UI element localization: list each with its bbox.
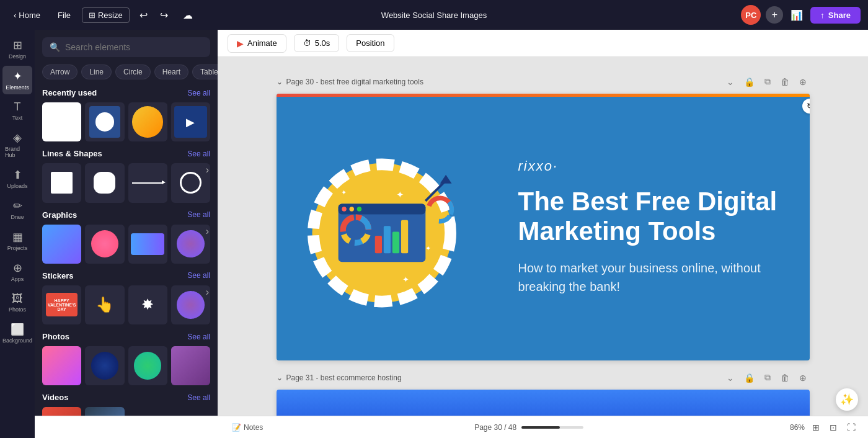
- canvas-toolbar: ▶ Animate ⏱ 5.0s Position: [218, 30, 868, 57]
- collapse-icon[interactable]: ⌄: [277, 78, 283, 86]
- photos-see-all[interactable]: See all: [187, 333, 210, 341]
- duration-button[interactable]: ⏱ 5.0s: [294, 34, 340, 52]
- brand-hub-icon: ◈: [13, 131, 22, 145]
- resize-icon: ⊞: [89, 11, 95, 20]
- share-button[interactable]: ↑ Share: [810, 7, 861, 24]
- activity-icon[interactable]: 📊: [788, 7, 805, 24]
- svg-point-6: [356, 207, 361, 212]
- page-31-action-duplicate[interactable]: ⧉: [761, 370, 774, 385]
- filter-chip-line[interactable]: Line: [81, 65, 112, 79]
- filter-chip-heart[interactable]: Heart: [154, 65, 188, 79]
- more-graphics-indicator: ›: [206, 226, 209, 237]
- sidebar-item-design[interactable]: ⊞ Design: [2, 35, 32, 63]
- list-item[interactable]: [85, 102, 124, 141]
- videos-see-all[interactable]: See all: [187, 393, 210, 402]
- share-label: Share: [828, 11, 851, 20]
- list-item[interactable]: [85, 346, 124, 385]
- canvas-subtext[interactable]: How to market your business online, with…: [518, 259, 779, 296]
- list-item[interactable]: [85, 225, 124, 264]
- list-item[interactable]: [171, 346, 210, 385]
- sidebar-item-apps[interactable]: ⊕ Apps: [2, 257, 32, 286]
- fit-view-button[interactable]: ⊡: [827, 421, 839, 434]
- lines-shapes-title: Lines & Shapes: [42, 149, 102, 158]
- user-avatar[interactable]: PC: [741, 5, 761, 25]
- sidebar-item-text[interactable]: T Text: [2, 97, 32, 125]
- apps-icon: ⊕: [13, 261, 22, 275]
- page-30-action-chevron[interactable]: ⌄: [724, 74, 737, 89]
- list-item[interactable]: HAPPYVALENTINE'SDAY: [42, 285, 81, 324]
- sidebar-item-projects[interactable]: ▦ Projects: [2, 226, 32, 255]
- notes-button[interactable]: 📝 Notes: [227, 421, 268, 434]
- page-30-action-delete[interactable]: 🗑: [777, 74, 792, 89]
- fullscreen-button[interactable]: ⛶: [844, 421, 858, 434]
- page-31-action-chevron[interactable]: ⌄: [724, 370, 737, 385]
- list-item[interactable]: [42, 102, 81, 141]
- recently-used-see-all[interactable]: See all: [187, 89, 210, 97]
- lines-shapes-see-all[interactable]: See all: [187, 150, 210, 158]
- cloud-save-button[interactable]: ☁: [178, 7, 198, 24]
- resize-button[interactable]: ⊞ Resize: [82, 7, 130, 23]
- list-item[interactable]: ›: [171, 285, 210, 324]
- share-arrow-icon: ↑: [820, 11, 825, 20]
- document-title: Website Social Share Images: [381, 11, 487, 20]
- sidebar-item-uploads[interactable]: ⬆ Uploads: [2, 164, 32, 193]
- page-31-action-lock[interactable]: 🔒: [741, 370, 758, 385]
- file-label: File: [58, 11, 71, 20]
- list-item[interactable]: ▶: [171, 102, 210, 141]
- file-button[interactable]: File: [51, 8, 77, 22]
- svg-text:✦: ✦: [402, 275, 409, 284]
- page-progress-slider[interactable]: [521, 426, 583, 429]
- sidebar-item-background[interactable]: ⬜ Background: [2, 319, 32, 347]
- list-item[interactable]: [42, 346, 81, 385]
- list-item[interactable]: ›: [171, 163, 210, 202]
- list-item[interactable]: [128, 102, 167, 141]
- add-collaborator-button[interactable]: +: [766, 6, 783, 24]
- animate-button[interactable]: ▶ Animate: [228, 34, 286, 53]
- bottom-bar: 📝 Notes Page 30 / 48 86% ⊞ ⊡ ⛶: [35, 416, 868, 438]
- sidebar-item-draw[interactable]: ✏ Draw: [2, 195, 32, 224]
- grid-view-button[interactable]: ⊞: [810, 421, 822, 434]
- list-item[interactable]: ›: [171, 225, 210, 264]
- clock-icon: ⏱: [303, 38, 311, 48]
- list-item[interactable]: [128, 346, 167, 385]
- filter-chip-circle[interactable]: Circle: [115, 65, 151, 79]
- list-item[interactable]: [85, 163, 124, 202]
- collapse-icon-31[interactable]: ⌄: [277, 373, 283, 382]
- resize-label: Resize: [98, 11, 123, 20]
- rotate-button[interactable]: ↻: [802, 99, 810, 114]
- uploads-icon: ⬆: [13, 168, 22, 182]
- filter-chip-table[interactable]: Table: [192, 65, 218, 79]
- graphics-see-all[interactable]: See all: [187, 210, 210, 219]
- sidebar-item-elements[interactable]: ✦ Elements: [2, 66, 32, 94]
- page-31-action-more[interactable]: ⊕: [796, 370, 810, 385]
- filter-chip-arrow[interactable]: Arrow: [42, 65, 78, 79]
- brand-logo: rixxo·: [518, 158, 779, 174]
- page-31-action-delete[interactable]: 🗑: [777, 370, 792, 385]
- redo-button[interactable]: ↪: [155, 7, 173, 24]
- canvas-headline[interactable]: The Best Free Digital Marketing Tools: [518, 187, 779, 247]
- graphics-title: Graphics: [42, 210, 77, 220]
- list-item[interactable]: ✸: [128, 285, 167, 324]
- page-30-action-more[interactable]: ⊕: [796, 74, 810, 89]
- videos-title: Videos: [42, 393, 68, 402]
- home-button[interactable]: ‹ Home: [7, 8, 46, 22]
- page-30-action-duplicate[interactable]: ⧉: [761, 74, 774, 89]
- sidebar-item-brand-hub[interactable]: ◈ Brand Hub: [2, 127, 32, 162]
- list-item[interactable]: [128, 225, 167, 264]
- assistant-button[interactable]: ✨: [836, 388, 858, 411]
- list-item[interactable]: [42, 225, 81, 264]
- list-item[interactable]: [128, 163, 167, 202]
- sidebar-item-photos[interactable]: 🖼 Photos: [2, 288, 32, 316]
- page-30-action-lock[interactable]: 🔒: [741, 74, 758, 89]
- design-icon: ⊞: [13, 38, 22, 52]
- undo-button[interactable]: ↩: [135, 7, 153, 24]
- position-button[interactable]: Position: [347, 34, 394, 52]
- elements-icon: ✦: [13, 69, 22, 83]
- canvas-illustration: ✦ ✦ ✦ ✦: [277, 94, 487, 360]
- search-input[interactable]: [65, 42, 203, 52]
- list-item[interactable]: [42, 163, 81, 202]
- home-chevron-icon: ‹: [14, 11, 16, 20]
- page-30-canvas[interactable]: ↻: [277, 94, 810, 360]
- stickers-see-all[interactable]: See all: [187, 271, 210, 280]
- list-item[interactable]: 👆: [85, 285, 124, 324]
